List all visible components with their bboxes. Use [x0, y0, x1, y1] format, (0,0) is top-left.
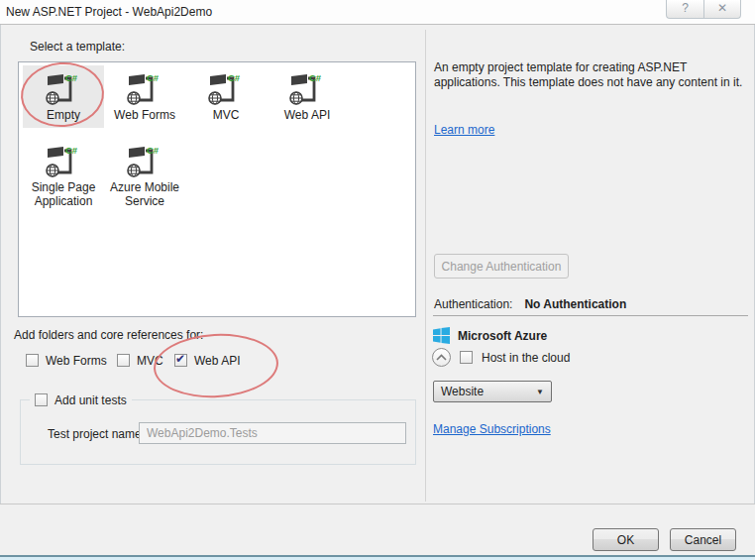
csharp-web-project-icon: C# [207, 72, 245, 106]
csharp-badge: C# [309, 72, 322, 83]
template-description: An empty project template for creating A… [434, 60, 747, 90]
authentication-value: No Authentication [524, 297, 626, 311]
select-template-label: Select a template: [30, 40, 125, 54]
window-buttons: ? ✕ [666, 0, 741, 19]
csharp-web-project-icon: C# [45, 72, 82, 106]
manage-subscriptions-link[interactable]: Manage Subscriptions [433, 422, 551, 436]
host-in-cloud-label: Host in the cloud [482, 351, 570, 365]
microsoft-azure-header: Microsoft Azure [433, 327, 547, 344]
checkbox-host-in-cloud[interactable] [460, 351, 473, 364]
template-label: Web API [267, 108, 348, 122]
checkbox-box[interactable]: ✔ [174, 354, 187, 367]
template-label: Web Forms [104, 108, 185, 122]
test-project-name-input[interactable] [139, 422, 406, 444]
checkbox-label: Add unit tests [54, 393, 127, 407]
dialog-left-edge [0, 25, 1, 554]
test-project-name-label: Test project name: [48, 427, 145, 441]
template-label: MVC [185, 108, 267, 122]
authentication-divider [433, 315, 748, 316]
template-list: C# Empty C# Web Forms C# MVC [18, 61, 416, 317]
checkbox-add-unit-tests[interactable]: Add unit tests [30, 392, 132, 407]
template-item-mvc[interactable]: C# MVC [185, 65, 267, 128]
titlebar: New ASP.NET Project - WebApi2Demo [0, 0, 755, 25]
template-item-web-api[interactable]: C# Web API [267, 65, 348, 128]
references-label: Add folders and core references for: [14, 328, 203, 342]
window-title: New ASP.NET Project - WebApi2Demo [6, 5, 212, 19]
dropdown-value: Website [441, 385, 536, 398]
csharp-badge: C# [147, 145, 160, 156]
csharp-badge: C# [65, 72, 78, 83]
csharp-web-project-icon: C# [45, 145, 82, 178]
check-icon: ✔ [175, 352, 185, 366]
panel-divider [425, 30, 426, 502]
checkbox-box[interactable] [26, 354, 39, 367]
authentication-row: Authentication: No Authentication [434, 297, 626, 311]
checkbox-web-api[interactable]: ✔ Web API [174, 353, 240, 368]
template-label: Empty [23, 108, 104, 122]
csharp-badge: C# [147, 72, 160, 83]
csharp-web-project-icon: C# [288, 72, 326, 106]
change-authentication-button[interactable]: Change Authentication [434, 254, 569, 279]
azure-title: Microsoft Azure [458, 329, 547, 343]
checkbox-box[interactable] [117, 354, 130, 367]
template-label: Single Page Application [23, 180, 104, 208]
authentication-label: Authentication: [434, 297, 512, 311]
microsoft-azure-icon [433, 327, 450, 344]
template-item-azure-mobile-service[interactable]: C# Azure Mobile Service [104, 138, 185, 213]
learn-more-link[interactable]: Learn more [434, 123, 494, 137]
cancel-button[interactable]: Cancel [670, 528, 736, 551]
template-item-web-forms[interactable]: C# Web Forms [104, 65, 185, 128]
deployment-type-dropdown[interactable]: Website ▼ [433, 381, 552, 402]
csharp-web-project-icon: C# [126, 72, 163, 106]
close-icon[interactable]: ✕ [703, 0, 741, 19]
dialog-footer: OK Cancel [0, 504, 755, 554]
host-in-cloud-row: Host in the cloud [432, 348, 570, 367]
csharp-badge: C# [228, 72, 241, 83]
template-item-empty[interactable]: C# Empty [23, 65, 104, 128]
collapse-toggle[interactable] [432, 348, 451, 367]
csharp-badge: C# [65, 145, 78, 156]
csharp-web-project-icon: C# [126, 145, 163, 178]
checkbox-label: MVC [137, 354, 163, 368]
checkbox-web-forms[interactable]: Web Forms [26, 353, 107, 368]
checkbox-mvc[interactable]: MVC [117, 353, 163, 368]
template-item-single-page-application[interactable]: C# Single Page Application [23, 138, 104, 213]
checkbox-label: Web API [194, 354, 240, 368]
help-icon[interactable]: ? [666, 0, 703, 19]
checkbox-box[interactable] [35, 393, 48, 406]
chevron-up-icon [436, 354, 447, 361]
checkbox-label: Web Forms [46, 354, 107, 368]
chevron-down-icon: ▼ [536, 388, 544, 396]
template-label: Azure Mobile Service [104, 180, 185, 208]
ok-button[interactable]: OK [593, 528, 659, 551]
